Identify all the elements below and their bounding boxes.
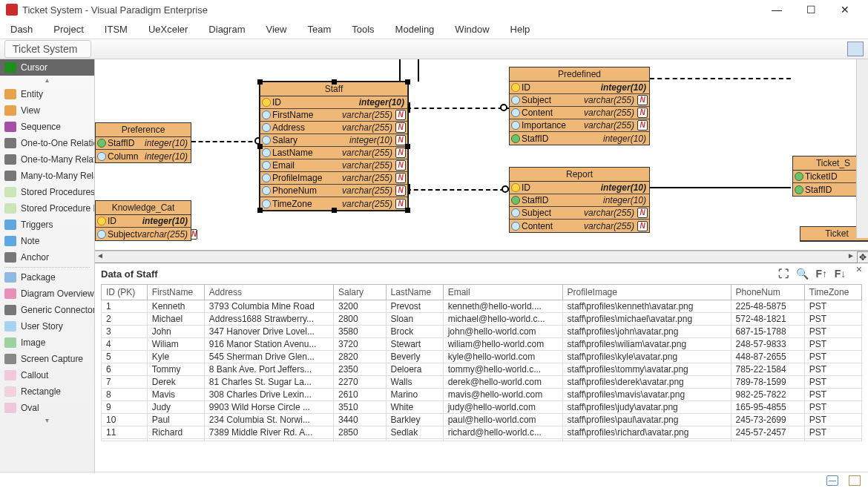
column-header[interactable]: Address [204, 285, 333, 300]
table-cell[interactable]: Deloera [386, 363, 443, 376]
menu-view[interactable]: View [266, 24, 286, 35]
entity-column[interactable]: Importancevarchar(255)N [510, 119, 649, 132]
table-cell[interactable]: 3510 [333, 401, 386, 414]
maximize-button[interactable]: ☐ [794, 0, 828, 19]
tool-stored-procedure-result[interactable]: Stored Procedure Result [0, 200, 94, 217]
connector[interactable] [418, 59, 419, 82]
tool-anchor[interactable]: Anchor [0, 249, 94, 266]
table-cell[interactable] [147, 439, 204, 441]
search-icon[interactable]: 🔍 [796, 268, 809, 280]
tool-image[interactable]: Image [0, 334, 94, 351]
tool-note[interactable]: Note [0, 233, 94, 249]
table-cell[interactable] [102, 439, 148, 441]
table-row[interactable] [102, 439, 862, 441]
tool-oval[interactable]: Oval [0, 400, 94, 416]
table-cell[interactable]: 7 [102, 376, 148, 389]
entity-column[interactable]: Subjectvarchar(255)N [510, 94, 649, 107]
table-cell[interactable]: wiliam@hello-world.com [443, 338, 562, 351]
table-cell[interactable]: 1 [102, 300, 148, 313]
table-cell[interactable]: Address1688 Strawberry... [204, 313, 333, 326]
entity-knowledge-cat[interactable]: Knowledge_Cat IDinteger(10)Subjectvarcha… [95, 200, 191, 241]
table-cell[interactable]: 10 [102, 414, 148, 426]
table-cell[interactable]: 9 [102, 401, 148, 414]
table-row[interactable]: 7Derek81 Charles St. Sugar La...2270Wall… [102, 376, 862, 389]
table-cell[interactable] [562, 439, 731, 441]
table-cell[interactable]: 248-57-9833 [731, 338, 804, 351]
table-row[interactable]: 9Judy9903 Wild Horse Circle ...3510White… [102, 401, 862, 414]
menu-dash[interactable]: Dash [10, 24, 33, 35]
connector[interactable] [399, 59, 401, 82]
tool-package[interactable]: Package [0, 269, 94, 286]
table-cell[interactable]: derek@hello-world.com [443, 376, 562, 389]
entity-column[interactable]: Subjectvarchar(255)N [96, 228, 191, 240]
table-cell[interactable]: 6 [102, 363, 148, 376]
entity-column[interactable]: Emailvarchar(255)N [260, 159, 407, 172]
table-cell[interactable]: PST [804, 376, 861, 389]
table-row[interactable]: 4Wiliam916 Manor Station Avenu...3720Ste… [102, 338, 862, 351]
entity-column[interactable]: StaffIDinteger(10) [510, 132, 649, 145]
table-cell[interactable]: 2820 [333, 351, 386, 363]
table-cell[interactable]: 3 [102, 326, 148, 338]
table-row[interactable]: 5Kyle545 Sherman Drive Glen...2820Beverl… [102, 351, 862, 363]
table-cell[interactable]: 8 Bank Ave. Port Jeffers... [204, 363, 333, 376]
table-cell[interactable]: Brock [386, 326, 443, 338]
entity-column[interactable]: Contentvarchar(255)N [510, 220, 649, 232]
entity-column[interactable]: Addressvarchar(255)N [260, 122, 407, 134]
table-cell[interactable]: 448-87-2655 [731, 351, 804, 363]
table-cell[interactable]: kenneth@hello-world.... [443, 300, 562, 313]
menu-tools[interactable]: Tools [352, 24, 374, 35]
tool-rectangle[interactable]: Rectangle [0, 383, 94, 400]
table-cell[interactable]: 9903 Wild Horse Circle ... [204, 401, 333, 414]
perspective-icon[interactable] [847, 42, 864, 56]
sort-up-button[interactable]: F↑ [815, 268, 827, 280]
table-cell[interactable]: kyle@hello-world.com [443, 351, 562, 363]
table-cell[interactable]: staff\profiles\john\avatar.png [562, 326, 731, 338]
table-cell[interactable]: tommy@hello-world.c... [443, 363, 562, 376]
table-row[interactable]: 10Paul234 Columbia St. Norwi...3440Barkl… [102, 414, 862, 426]
tool-generic-connector[interactable]: Generic Connector [0, 302, 94, 318]
tool-one-to-one-relationship[interactable]: One-to-One Relationship [0, 135, 94, 151]
entity-preference[interactable]: Preference StaffIDinteger(10)Columninteg… [95, 122, 191, 163]
table-cell[interactable]: 308 Charles Drive Lexin... [204, 389, 333, 401]
table-cell[interactable]: Kenneth [147, 300, 204, 313]
table-cell[interactable]: staff\profiles\mavis\avatar.png [562, 389, 731, 401]
table-cell[interactable]: Stewart [386, 338, 443, 351]
tool-diagram-overview[interactable]: Diagram Overview [0, 286, 94, 302]
table-cell[interactable]: Barkley [386, 414, 443, 426]
table-cell[interactable]: 3720 [333, 338, 386, 351]
table-cell[interactable]: 245-73-2699 [731, 414, 804, 426]
table-cell[interactable]: 545 Sherman Drive Glen... [204, 351, 333, 363]
table-cell[interactable]: 11 [102, 426, 148, 439]
entity-column[interactable]: IDinteger(10) [510, 82, 649, 94]
table-row[interactable]: 8Mavis308 Charles Drive Lexin...2610Mari… [102, 389, 862, 401]
column-header[interactable]: ID (PK) [102, 285, 148, 300]
table-cell[interactable]: judy@hello-world.com [443, 401, 562, 414]
table-cell[interactable] [386, 439, 443, 441]
column-header[interactable]: LastName [386, 285, 443, 300]
connector[interactable] [650, 78, 791, 79]
column-header[interactable]: Salary [333, 285, 386, 300]
column-header[interactable]: TimeZone [804, 285, 861, 300]
sort-down-button[interactable]: F↓ [835, 268, 846, 280]
column-header[interactable]: FirstName [147, 285, 204, 300]
table-cell[interactable]: PST [804, 363, 861, 376]
entity-column[interactable]: PhoneNumvarchar(255)N [260, 185, 407, 197]
table-cell[interactable]: 234 Columbia St. Norwi... [204, 414, 333, 426]
table-cell[interactable]: 8 [102, 389, 148, 401]
tool-view[interactable]: View [0, 102, 94, 119]
entity-column[interactable]: Subjectvarchar(255)N [510, 207, 649, 220]
minimize-button[interactable]: — [760, 0, 794, 19]
table-cell[interactable]: 3440 [333, 414, 386, 426]
table-cell[interactable]: Michael [147, 313, 204, 326]
table-cell[interactable]: staff\profiles\wiliam\avatar.png [562, 338, 731, 351]
close-button[interactable]: ✕ [828, 0, 862, 19]
table-cell[interactable]: 2350 [333, 363, 386, 376]
connector[interactable] [407, 189, 512, 191]
entity-predefined[interactable]: Predefined IDinteger(10)Subjectvarchar(2… [509, 67, 650, 145]
table-cell[interactable]: PST [804, 414, 861, 426]
table-cell[interactable]: 916 Manor Station Avenu... [204, 338, 333, 351]
table-cell[interactable]: 572-48-1821 [731, 313, 804, 326]
table-cell[interactable]: Kyle [147, 351, 204, 363]
table-cell[interactable]: PST [804, 401, 861, 414]
connector[interactable] [650, 187, 791, 188]
